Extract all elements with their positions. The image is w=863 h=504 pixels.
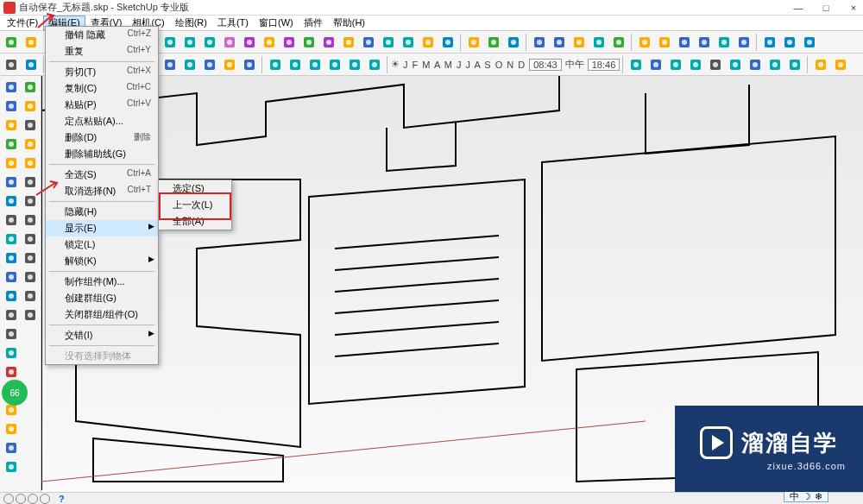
- shadow-timeline[interactable]: ☀J F M A M J J A S O N D08:43中午18:46: [391, 58, 620, 71]
- menu-item[interactable]: 绘图(R): [170, 16, 212, 30]
- status-icon[interactable]: [28, 494, 38, 504]
- plugin-e-tool[interactable]: [21, 268, 40, 287]
- zoom-win-tool[interactable]: [21, 116, 40, 135]
- menu-entry[interactable]: 制作组件(M)...: [46, 274, 158, 290]
- move2-tool[interactable]: [2, 230, 21, 249]
- cube-new-button[interactable]: [2, 55, 21, 74]
- eraser-tool[interactable]: [2, 97, 21, 116]
- menu-entry[interactable]: 解锁(K)▶: [46, 253, 158, 269]
- help-button[interactable]: [655, 33, 674, 52]
- menu-entry[interactable]: 重复Ctrl+Y: [46, 43, 158, 60]
- menu-entry[interactable]: 删除辅助线(G): [46, 146, 158, 162]
- menu-entry[interactable]: 删除(D)删除: [46, 129, 158, 146]
- push-button[interactable]: [220, 55, 239, 74]
- star2-button[interactable]: [200, 33, 219, 52]
- menu-entry[interactable]: 关闭群组/组件(O): [46, 306, 158, 323]
- cube-button[interactable]: [339, 33, 358, 52]
- menu-item[interactable]: 插件: [299, 16, 328, 30]
- section-button[interactable]: [504, 33, 523, 52]
- offset-button[interactable]: [200, 55, 219, 74]
- new-button[interactable]: [2, 33, 21, 52]
- line-tool[interactable]: [2, 116, 21, 135]
- sync-button[interactable]: [260, 33, 279, 52]
- polygon-tool[interactable]: [2, 192, 21, 211]
- orbit-tool[interactable]: [2, 457, 21, 476]
- redo2-button[interactable]: [785, 55, 804, 74]
- pushpull-tool[interactable]: [2, 306, 21, 324]
- menu-entry[interactable]: 撤销 隐藏Ctrl+Z: [46, 27, 158, 43]
- plugin2-button[interactable]: [780, 33, 799, 52]
- protractor-tool[interactable]: [2, 362, 21, 381]
- rainbow-button[interactable]: [800, 33, 819, 52]
- open2-button[interactable]: [666, 55, 685, 74]
- pan-tool[interactable]: [21, 78, 40, 97]
- show-submenu[interactable]: 选定(S)上一次(L)全部(A): [158, 180, 232, 230]
- scale-button[interactable]: [180, 55, 199, 74]
- rect-tool[interactable]: [2, 154, 21, 173]
- menu-entry[interactable]: 隐藏(H): [46, 204, 158, 220]
- check-button[interactable]: [715, 33, 734, 52]
- star1-button[interactable]: [180, 33, 199, 52]
- style1-button[interactable]: [675, 33, 694, 52]
- paint-button[interactable]: [589, 33, 608, 52]
- style2-button[interactable]: [695, 33, 714, 52]
- magnify-plus-button[interactable]: [280, 33, 299, 52]
- minimize-button[interactable]: —: [792, 3, 804, 13]
- menu-entry[interactable]: 定点粘贴(A)...: [46, 113, 158, 129]
- refresh-button[interactable]: [438, 33, 457, 52]
- freehand-tool[interactable]: [2, 211, 21, 230]
- walk-tool[interactable]: [21, 135, 40, 154]
- zoom-extents-button[interactable]: [319, 33, 338, 52]
- menu-entry[interactable]: 剪切(T)Ctrl+X: [46, 64, 158, 80]
- undo2-button[interactable]: [765, 55, 784, 74]
- followme-tool[interactable]: [2, 324, 21, 343]
- status-icon[interactable]: [40, 494, 50, 504]
- save3-button[interactable]: [686, 55, 705, 74]
- rotate2-tool[interactable]: [2, 249, 21, 268]
- scale2-tool[interactable]: [2, 268, 21, 287]
- submenu-entry[interactable]: 选定(S): [159, 180, 231, 197]
- rotate-right-button[interactable]: [240, 33, 259, 52]
- copy2-button[interactable]: [726, 55, 745, 74]
- cube1-button[interactable]: [266, 55, 285, 74]
- user-button[interactable]: [419, 33, 438, 52]
- text-button[interactable]: [464, 33, 483, 52]
- cube4-button[interactable]: [325, 55, 344, 74]
- rotate-button[interactable]: [161, 55, 180, 74]
- plugin-g-tool[interactable]: [21, 306, 40, 324]
- menu-item[interactable]: 文件(F): [2, 16, 43, 30]
- plugin-b-tool[interactable]: [21, 211, 40, 230]
- plugin-badge[interactable]: 66: [2, 380, 28, 406]
- zoom-tool[interactable]: [21, 97, 40, 116]
- plugin-c-tool[interactable]: [21, 230, 40, 249]
- close-button[interactable]: ×: [847, 3, 860, 13]
- palette-button[interactable]: [22, 55, 41, 74]
- plugin-a-tool[interactable]: [21, 192, 40, 211]
- tape-button[interactable]: [570, 33, 589, 52]
- section2-tool[interactable]: [21, 173, 40, 192]
- record-button[interactable]: [530, 33, 549, 52]
- maximize-button[interactable]: □: [820, 3, 832, 13]
- rotate-left-button[interactable]: [220, 33, 239, 52]
- open-button[interactable]: [22, 33, 41, 52]
- menu-entry[interactable]: 交错(I)▶: [46, 327, 158, 343]
- house-button[interactable]: [379, 33, 398, 52]
- arc-tool[interactable]: [2, 135, 21, 154]
- scissors-button[interactable]: [706, 55, 725, 74]
- dim-button[interactable]: [484, 33, 503, 52]
- plugin1-button[interactable]: [760, 33, 779, 52]
- cube5-button[interactable]: [345, 55, 364, 74]
- status-icon[interactable]: [3, 494, 14, 504]
- menu-entry[interactable]: 创建群组(G): [46, 290, 158, 306]
- globe-button[interactable]: [399, 33, 418, 52]
- status-icon[interactable]: [16, 494, 26, 504]
- menu-entry[interactable]: 粘贴(P)Ctrl+V: [46, 97, 158, 113]
- target-button[interactable]: [734, 33, 753, 52]
- submenu-entry[interactable]: 上一次(L): [159, 197, 231, 213]
- menu-entry[interactable]: 取消选择(N)Ctrl+T: [46, 183, 158, 199]
- info-button[interactable]: [831, 55, 850, 74]
- circle-tool[interactable]: [2, 173, 21, 192]
- cube6-button[interactable]: [365, 55, 384, 74]
- help-icon[interactable]: ?: [59, 494, 65, 504]
- cube3-button[interactable]: [306, 55, 324, 74]
